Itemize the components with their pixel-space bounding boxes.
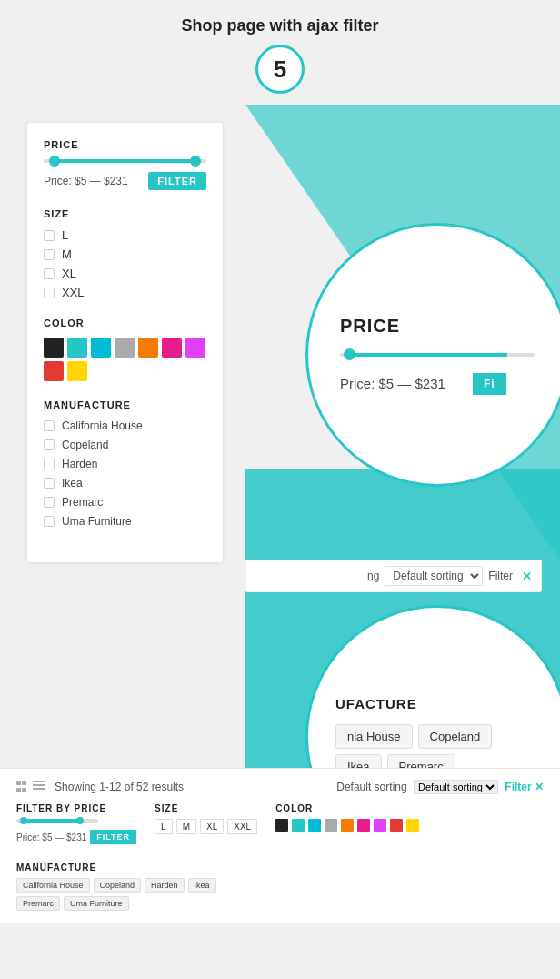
bottom-price-text: Price: $5 — $231 (16, 833, 86, 843)
bottom-size-btn[interactable]: XL (200, 819, 224, 834)
manufacture-item[interactable]: Uma Furniture (44, 515, 206, 528)
circle-filter-button[interactable]: Fi (473, 373, 506, 395)
manufacture-item[interactable]: Harden (44, 458, 206, 470)
bottom-color-label: COLOR (275, 803, 419, 813)
bottom-color-swatch[interactable] (308, 819, 321, 832)
color-swatches (44, 338, 206, 381)
manufacture-item[interactable]: Premarc (44, 496, 206, 509)
bottom-color-swatch[interactable] (390, 819, 403, 832)
bottom-color-swatch[interactable] (374, 819, 386, 832)
manufacture-checkbox[interactable] (44, 459, 55, 469)
bottom-manufacture-tag[interactable]: Copeland (94, 878, 142, 893)
circle-price-title: PRICE (340, 316, 400, 337)
price-filter-section: PRICE Price: $5 — $231 FILTER (44, 139, 206, 190)
bottom-color-swatch[interactable] (341, 819, 354, 832)
manufacture-checkbox[interactable] (44, 439, 55, 450)
bottom-price-thumb-left[interactable] (20, 817, 27, 824)
circle-mfr-tag[interactable]: Copeland (418, 724, 493, 749)
bottom-manufacture-tag[interactable]: California House (16, 878, 90, 893)
circle-price-thumb[interactable] (344, 348, 355, 360)
bottom-manufacture-tag[interactable]: Ikea (188, 878, 216, 893)
manufacture-checkbox[interactable] (44, 420, 55, 431)
bottom-color-swatch[interactable] (275, 819, 288, 832)
bottom-filters: FILTER BY PRICE Price: $5 — $231 FILTER … (16, 803, 544, 911)
price-slider-fill (53, 159, 197, 163)
color-swatch[interactable] (91, 338, 111, 358)
bottom-manufacture-tag[interactable]: Premarc (16, 896, 60, 911)
color-swatch[interactable] (44, 361, 64, 381)
size-option-m[interactable]: M (44, 247, 206, 261)
color-swatch[interactable] (67, 338, 87, 358)
bottom-price-info: Price: $5 — $231 FILTER (16, 830, 136, 844)
manufacture-filter-title: MANUFACTURE (44, 399, 206, 410)
main-area: PRICE Price: $5 — $231 FILTER SIZE LMXLX… (0, 105, 560, 923)
color-swatch[interactable] (115, 338, 135, 358)
price-text: Price: $5 — $231 (44, 175, 128, 187)
size-option-xxl[interactable]: XXL (44, 286, 206, 299)
bottom-filter-x[interactable]: Filter ✕ (505, 781, 544, 793)
color-swatch[interactable] (67, 361, 87, 381)
size-checkbox[interactable] (44, 288, 55, 298)
bottom-manufacture-tag[interactable]: Uma Furniture (64, 896, 129, 911)
bottom-color-swatch[interactable] (406, 819, 419, 832)
manufacture-checkbox[interactable] (44, 497, 55, 508)
sort-text: ng (367, 570, 379, 582)
circle-price-slider[interactable] (340, 353, 535, 357)
bottom-manufacture-tags: California HouseCopelandHardenIkeaPremar… (16, 878, 216, 911)
bottom-manufacture-group: MANUFACTURE California HouseCopelandHard… (16, 863, 216, 911)
price-filter-title: PRICE (44, 139, 206, 150)
size-option-l[interactable]: L (44, 228, 206, 242)
sort-bar: ng Default sorting Filter ✕ (245, 560, 542, 592)
circle-mfr-tag[interactable]: nia House (335, 724, 413, 749)
bottom-color-swatch[interactable] (325, 819, 337, 832)
bottom-size-label: SIZE (155, 803, 257, 813)
list-view-icon[interactable] (33, 781, 45, 793)
bottom-bar-top: Showing 1-12 of 52 results Default sorti… (16, 780, 544, 794)
bottom-size-btn[interactable]: XXL (227, 819, 257, 834)
price-slider-track[interactable] (44, 159, 206, 163)
manufacture-items: California HouseCopelandHardenIkeaPremar… (44, 419, 206, 528)
circle-price-zoom: PRICE Price: $5 — $231 Fi (305, 223, 560, 487)
page-header: Shop page with ajax filter 5 (0, 0, 560, 105)
size-option-xl[interactable]: XL (44, 267, 206, 280)
grid-icons (16, 781, 45, 793)
manufacture-checkbox[interactable] (44, 478, 55, 489)
size-filter-title: SIZE (44, 208, 206, 219)
price-slider-thumb-right[interactable] (190, 156, 201, 167)
manufacture-checkbox[interactable] (44, 516, 55, 527)
bottom-size-btn[interactable]: L (155, 819, 173, 834)
color-filter-section: COLOR (44, 318, 206, 381)
color-swatch[interactable] (138, 338, 158, 358)
bottom-sort-select[interactable]: Default sorting (414, 780, 498, 794)
circle-price-info: Price: $5 — $231 Fi (340, 373, 506, 395)
bottom-color-swatch[interactable] (357, 819, 370, 832)
color-swatch[interactable] (162, 338, 182, 358)
bottom-manufacture-tag[interactable]: Harden (145, 878, 185, 893)
bottom-color-swatches (275, 819, 419, 832)
bottom-size-btn[interactable]: M (176, 819, 196, 834)
manufacture-item[interactable]: Ikea (44, 477, 206, 490)
manufacture-item[interactable]: Copeland (44, 439, 206, 451)
filter-button[interactable]: FILTER (148, 172, 206, 190)
size-checkbox[interactable] (44, 230, 55, 241)
bottom-bar: Showing 1-12 of 52 results Default sorti… (0, 768, 560, 923)
filter-x-button[interactable]: ✕ (522, 570, 532, 583)
bottom-price-thumb-right[interactable] (76, 817, 84, 824)
manufacture-item[interactable]: California House (44, 419, 206, 432)
bottom-size-buttons: LMXLXXL (155, 819, 257, 834)
size-filter-section: SIZE LMXLXXL (44, 208, 206, 299)
circle-price-fill (347, 353, 507, 357)
bottom-filter-button[interactable]: FILTER (90, 830, 136, 844)
sort-select[interactable]: Default sorting (385, 566, 483, 586)
grid-view-icon[interactable] (16, 781, 29, 793)
bottom-manufacture-label: MANUFACTURE (16, 863, 216, 873)
bottom-size-group: SIZE LMXLXXL (155, 803, 257, 844)
price-slider-thumb-left[interactable] (49, 156, 60, 167)
circle-mfr-title: UFACTURE (335, 696, 417, 712)
bottom-price-slider[interactable] (16, 819, 98, 823)
size-checkbox[interactable] (44, 268, 55, 279)
color-swatch[interactable] (44, 338, 64, 358)
bottom-color-swatch[interactable] (292, 819, 305, 832)
size-checkbox[interactable] (44, 249, 55, 260)
color-swatch[interactable] (185, 338, 205, 358)
